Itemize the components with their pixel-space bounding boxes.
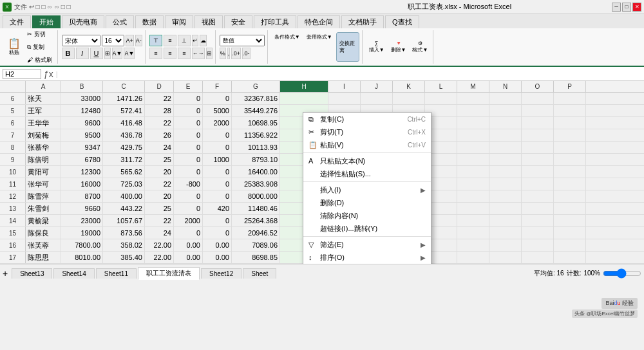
add-sheet-button[interactable]: + (3, 268, 8, 279)
sheet-tab-5[interactable]: Sheet (243, 268, 276, 279)
cell-5-2[interactable]: 311.72 (103, 154, 145, 165)
cell-0-12[interactable] (457, 93, 489, 104)
cell-4-6[interactable]: 10113.93 (232, 142, 280, 153)
cell-11-6[interactable]: 20946.52 (232, 227, 280, 239)
cell-1-15[interactable] (554, 105, 586, 116)
cell-1-6[interactable]: 35449.276 (232, 105, 280, 116)
menu-item-5[interactable]: 选择性粘贴(S)... (303, 167, 431, 180)
col-header-G[interactable]: G (232, 81, 280, 92)
cell-10-1[interactable]: 23000 (61, 215, 103, 226)
decrease-font-button[interactable]: A- (135, 35, 142, 46)
cell-2-14[interactable] (522, 117, 554, 129)
cell-2-1[interactable]: 9600 (61, 117, 103, 129)
cell-8-14[interactable] (522, 190, 554, 202)
cell-11-12[interactable] (457, 227, 489, 239)
cell-6-4[interactable]: 0 (174, 166, 203, 178)
cell-0-0[interactable]: 张天 (26, 93, 61, 104)
maximize-button[interactable]: □ (622, 3, 631, 12)
cell-3-13[interactable] (489, 129, 522, 141)
cell-8-13[interactable] (489, 190, 522, 202)
col-header-I[interactable]: I (328, 81, 361, 92)
cell-2-3[interactable]: 22 (145, 117, 174, 129)
cell-10-4[interactable]: 2000 (174, 215, 203, 226)
cell-4-0[interactable]: 张慕华 (26, 142, 61, 153)
cell-13-12[interactable] (457, 252, 489, 263)
cell-5-4[interactable]: 0 (174, 154, 203, 165)
table-format-button[interactable]: 套用格式▼ (304, 32, 335, 62)
cell-0-7[interactable] (280, 93, 328, 104)
cell-1-1[interactable]: 12480 (61, 105, 103, 116)
cell-12-13[interactable] (489, 239, 522, 251)
cell-7-5[interactable]: 0 (203, 178, 232, 190)
cell-1-3[interactable]: 28 (145, 105, 174, 116)
menu-item-9[interactable]: 清除内容(N) (303, 209, 431, 222)
cell-10-14[interactable] (522, 215, 554, 226)
ribbon-tab-3[interactable]: 公式 (106, 15, 134, 28)
cell-12-4[interactable]: 0.00 (174, 239, 203, 251)
cell-8-3[interactable]: 20 (145, 190, 174, 202)
insert-cell-button[interactable]: ∑ 插入▼ (366, 39, 387, 55)
increase-decimal-button[interactable]: .0+ (231, 48, 241, 59)
cell-9-6[interactable]: 11480.46 (232, 203, 280, 214)
wrap-text-button[interactable]: ↵ (192, 35, 198, 46)
align-middle-button[interactable]: ≡ (164, 35, 176, 46)
ribbon-tab-6[interactable]: 视图 (194, 15, 223, 28)
cell-8-0[interactable]: 陈雪萍 (26, 190, 61, 202)
cell-7-12[interactable] (457, 178, 489, 190)
cell-5-0[interactable]: 陈倍明 (26, 154, 61, 165)
col-header-N[interactable]: N (489, 81, 522, 92)
cell-6-12[interactable] (457, 166, 489, 178)
cell-13-3[interactable]: 22.00 (145, 252, 174, 263)
delete-cell-button[interactable]: 🔻 删除▼ (388, 39, 409, 55)
menu-item-13[interactable]: ↕排序(O)▶ (303, 251, 431, 264)
col-header-P[interactable]: P (554, 81, 586, 92)
cell-9-12[interactable] (457, 203, 489, 214)
cell-13-13[interactable] (489, 252, 522, 263)
ribbon-tab-8[interactable]: 打印工具 (254, 15, 296, 28)
cell-12-1[interactable]: 7800.00 (61, 239, 103, 251)
cell-6-1[interactable]: 12300 (61, 166, 103, 178)
cell-9-5[interactable]: 420 (203, 203, 232, 214)
increase-font-button[interactable]: A+ (126, 35, 134, 46)
align-bottom-button[interactable]: ⊥ (178, 35, 191, 46)
cell-1-2[interactable]: 572.41 (103, 105, 145, 116)
cell-11-0[interactable]: 陈保良 (26, 227, 61, 239)
number-format-select[interactable]: 数值 (220, 35, 265, 46)
cell-0-5[interactable]: 0 (203, 93, 232, 104)
cell-9-4[interactable]: 0 (174, 203, 203, 214)
align-center-button[interactable]: ≡ (164, 48, 176, 59)
ribbon-tab-11[interactable]: Q查找 (385, 15, 419, 28)
cell-7-1[interactable]: 16000 (61, 178, 103, 190)
cell-10-0[interactable]: 黄榆梁 (26, 215, 61, 226)
cell-12-2[interactable]: 358.02 (103, 239, 145, 251)
cell-12-15[interactable] (554, 239, 586, 251)
cell-10-2[interactable]: 1057.67 (103, 215, 145, 226)
menu-item-10[interactable]: 超链接(I)...跳转(Y) (303, 222, 431, 235)
cell-8-1[interactable]: 8700 (61, 190, 103, 202)
decrease-decimal-button[interactable]: .0- (242, 48, 251, 59)
cell-8-4[interactable]: 0 (174, 190, 203, 202)
indent-button[interactable]: ←→ (192, 48, 205, 59)
sheet-tab-1[interactable]: Sheet14 (53, 268, 94, 279)
cell-11-1[interactable]: 19000 (61, 227, 103, 239)
menu-item-0[interactable]: ⧉复制(C)Ctrl+C (303, 113, 431, 125)
col-header-K[interactable]: K (393, 81, 425, 92)
ribbon-tab-2[interactable]: 贝壳电商 (62, 15, 104, 28)
cell-12-3[interactable]: 22.00 (145, 239, 174, 251)
ribbon-tab-7[interactable]: 安全 (224, 15, 252, 28)
cell-1-13[interactable] (489, 105, 522, 116)
formula-input[interactable]: 支变工资 (61, 70, 641, 78)
cell-style-button[interactable]: 交换距离 (336, 32, 359, 62)
cell-0-2[interactable]: 1471.26 (103, 93, 145, 104)
col-header-F[interactable]: F (203, 81, 232, 92)
border-button[interactable]: ⊞ (104, 48, 111, 59)
col-header-D[interactable]: D (145, 81, 174, 92)
minimize-button[interactable]: ─ (612, 3, 621, 12)
cell-0-15[interactable] (554, 93, 586, 104)
sheet-tab-3[interactable]: 职工工资流清表 (138, 267, 200, 280)
cell-4-13[interactable] (489, 142, 522, 153)
cell-1-5[interactable]: 5000 (203, 105, 232, 116)
cell-3-3[interactable]: 26 (145, 129, 174, 141)
cell-13-5[interactable]: 0.00 (203, 252, 232, 263)
cell-5-12[interactable] (457, 154, 489, 165)
